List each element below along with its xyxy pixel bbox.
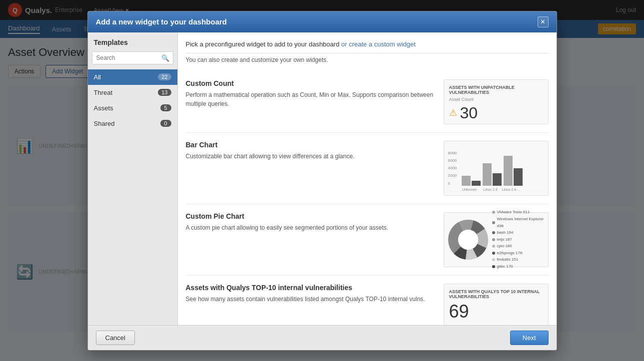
- sidebar-item-threat[interactable]: Threat 13: [88, 85, 177, 100]
- header-text: Pick a preconfigured widget to add to yo…: [186, 40, 340, 48]
- bar-linux24-1: [483, 163, 492, 186]
- widget-card-qualys-top10: Assets with Qualys TOP-10 internal vulne…: [186, 276, 549, 325]
- widget-preview-bar-chart: 8000 6000 4000 2000 0: [444, 141, 549, 196]
- sidebar-item-threat-label: Threat: [94, 89, 113, 96]
- bars-group: [462, 151, 523, 186]
- preview-q10-number: 69: [449, 301, 543, 322]
- bar-linux2426-2: [514, 168, 523, 186]
- widget-info-qualys-top10: Assets with Qualys TOP-10 internal vulne…: [186, 284, 436, 325]
- bar-x-labels: Unknown Linux 2.4 Linux 2.4-2.6 /: [460, 188, 544, 191]
- bar-y-labels: 8000 6000 4000 2000 0: [448, 151, 457, 186]
- widget-preview-qualys-top10: ASSETS WITH QUALYS TOP 10 INTERNAL VULNE…: [444, 284, 549, 325]
- warning-icon: ⚠: [449, 107, 457, 118]
- widget-preview-pie-chart: VMware Tools 611 Windows Internet Explor…: [444, 212, 549, 267]
- widget-info-bar-chart: Bar Chart Customizable bar chart allowin…: [186, 141, 436, 196]
- sidebar-item-shared[interactable]: Shared 0: [88, 116, 177, 131]
- sidebar-item-assets[interactable]: Assets 5: [88, 100, 177, 116]
- sidebar-item-threat-badge: 13: [158, 89, 171, 96]
- widget-title-bar-chart: Bar Chart: [186, 141, 436, 149]
- search-icon: 🔍: [161, 54, 169, 61]
- widget-desc-custom-count: Perform a mathematical operation such as…: [186, 90, 436, 108]
- sidebar-item-shared-badge: 0: [160, 120, 171, 127]
- pie-legend: VMware Tools 611 Windows Internet Explor…: [492, 209, 544, 270]
- preview-count-title: ASSETS WITH UNPATCHABLE VULNERABILITIES: [449, 85, 543, 95]
- modal-close-button[interactable]: ×: [538, 16, 549, 27]
- sidebar-item-assets-label: Assets: [94, 104, 113, 112]
- modal-body: Templates 🔍 All 22 Threat 13 Assets 5: [88, 32, 557, 325]
- modal-dialog: Add a new widget to your dashboard × Tem…: [87, 11, 557, 351]
- cancel-button[interactable]: Cancel: [96, 331, 135, 345]
- svg-point-8: [458, 230, 478, 250]
- widget-card-custom-count: Custom Count Perform a mathematical oper…: [186, 71, 549, 133]
- widget-desc-qualys-top10: See how many assets contain vulnerabilit…: [186, 295, 436, 304]
- modal-overlay: Add a new widget to your dashboard × Tem…: [0, 0, 644, 361]
- widget-desc-bar-chart: Customizable bar chart allowing to view …: [186, 152, 436, 161]
- next-button[interactable]: Next: [510, 331, 549, 345]
- modal-footer: Cancel Next: [88, 325, 557, 350]
- bar-unknown-1: [462, 176, 471, 186]
- widget-card-pie-chart: Custom Pie Chart A custom pie chart allo…: [186, 204, 549, 276]
- preview-count-sub: Asset Count: [449, 97, 543, 102]
- sidebar-item-shared-label: Shared: [94, 120, 115, 127]
- sidebar-item-all-label: All: [94, 73, 101, 81]
- bar-linux2426-1: [504, 156, 513, 186]
- sidebar-item-assets-badge: 5: [160, 104, 171, 111]
- bar-x-unknown: Unknown: [460, 188, 479, 191]
- modal-title: Add a new widget to your dashboard: [96, 17, 227, 26]
- preview-q10-title: ASSETS WITH QUALYS TOP 10 INTERNAL VULNE…: [449, 289, 543, 299]
- bar-col-linux2426: [504, 156, 523, 186]
- bar-x-linux24: Linux 2.4: [481, 188, 500, 191]
- content-header: Pick a preconfigured widget to add to yo…: [186, 40, 549, 53]
- pie-chart-svg: [448, 220, 488, 260]
- search-box: 🔍: [92, 51, 173, 64]
- widget-title-custom-count: Custom Count: [186, 79, 436, 87]
- modal-header: Add a new widget to your dashboard ×: [88, 11, 557, 32]
- count-number: 30: [460, 104, 478, 122]
- bar-col-linux24: [483, 163, 502, 186]
- widget-info-custom-count: Custom Count Perform a mathematical oper…: [186, 79, 436, 124]
- sidebar-title: Templates: [88, 38, 177, 51]
- modal-content-area: Pick a preconfigured widget to add to yo…: [178, 32, 557, 325]
- widget-title-qualys-top10: Assets with Qualys TOP-10 internal vulne…: [186, 284, 436, 292]
- modal-sidebar: Templates 🔍 All 22 Threat 13 Assets 5: [88, 32, 178, 325]
- widget-info-pie-chart: Custom Pie Chart A custom pie chart allo…: [186, 212, 436, 267]
- sidebar-item-all[interactable]: All 22: [88, 69, 177, 85]
- widget-title-pie-chart: Custom Pie Chart: [186, 212, 436, 220]
- widget-desc-pie-chart: A custom pie chart allowing to easily se…: [186, 223, 436, 232]
- bar-linux24-2: [493, 173, 502, 186]
- widget-preview-custom-count: ASSETS WITH UNPATCHABLE VULNERABILITIES …: [444, 79, 549, 124]
- bar-chart-area: 8000 6000 4000 2000 0: [448, 145, 544, 188]
- bar-x-linux2426: Linux 2.4-2.6 /: [502, 188, 521, 191]
- widget-card-bar-chart: Bar Chart Customizable bar chart allowin…: [186, 133, 549, 204]
- create-custom-widget-link[interactable]: or create a custom widget: [341, 40, 416, 48]
- content-subtext: You can also create and customize your o…: [186, 56, 549, 63]
- bar-unknown-2: [472, 181, 481, 186]
- preview-count-value: ⚠ 30: [449, 104, 543, 122]
- sidebar-item-all-badge: 22: [158, 73, 171, 80]
- bar-col-unknown: [462, 176, 481, 186]
